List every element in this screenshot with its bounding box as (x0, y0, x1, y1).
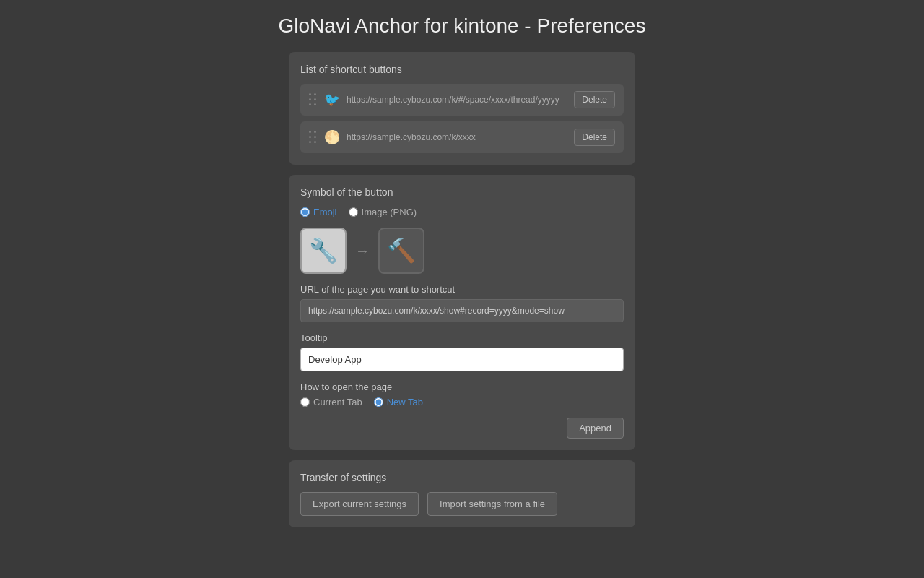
append-row: Append (300, 418, 624, 439)
new-tab-label[interactable]: New Tab (374, 397, 423, 407)
image-radio-label[interactable]: Image (PNG) (349, 207, 417, 217)
image-radio-text: Image (PNG) (362, 207, 417, 217)
emoji-picker-area: 🔧 → 🔨 (300, 228, 624, 274)
image-radio[interactable] (349, 207, 358, 217)
emoji-radio-label[interactable]: Emoji (300, 207, 337, 217)
current-tab-radio[interactable] (300, 397, 310, 407)
shortcut-list-card: List of shortcut buttons 🐦 https://sampl… (289, 52, 635, 165)
transfer-section-title: Transfer of settings (300, 472, 624, 483)
symbol-radio-group: Emoji Image (PNG) (300, 207, 624, 217)
emoji-preview-box: 🔨 (378, 228, 424, 274)
open-page-label: How to open the page (300, 381, 624, 392)
item-emoji-2: 🌕 (323, 129, 341, 145)
new-tab-text: New Tab (387, 397, 423, 407)
import-button[interactable]: Import settings from a file (427, 492, 557, 516)
settings-card: Symbol of the button Emoji Image (PNG) 🔧… (289, 175, 635, 450)
page-title: GloNavi Anchor for kintone - Preferences (279, 14, 646, 38)
export-button[interactable]: Export current settings (300, 492, 419, 516)
url-label: URL of the page you want to shortcut (300, 284, 624, 295)
new-tab-radio[interactable] (374, 397, 383, 407)
item-emoji-1: 🐦 (323, 92, 341, 108)
transfer-buttons: Export current settings Import settings … (300, 492, 624, 516)
url-input[interactable] (300, 299, 624, 322)
append-button[interactable]: Append (567, 418, 624, 439)
drag-handle-icon[interactable] (309, 131, 318, 144)
shortcut-url-1: https://sample.cybozu.com/k/#/space/xxxx… (346, 95, 568, 105)
current-tab-text: Current Tab (313, 397, 362, 407)
open-page-radio-group: Current Tab New Tab (300, 397, 624, 407)
arrow-icon: → (355, 243, 370, 259)
emoji-source-box[interactable]: 🔧 (300, 228, 346, 274)
emoji-radio[interactable] (300, 207, 310, 217)
tooltip-label: Tooltip (300, 332, 624, 343)
symbol-section-title: Symbol of the button (300, 186, 624, 198)
drag-handle-icon[interactable] (309, 93, 318, 107)
shortcut-url-2: https://sample.cybozu.com/k/xxxx (346, 132, 568, 142)
delete-button-1[interactable]: Delete (574, 91, 615, 108)
shortcut-item: 🌕 https://sample.cybozu.com/k/xxxx Delet… (300, 121, 624, 153)
shortcut-list-title: List of shortcut buttons (300, 64, 624, 75)
emoji-radio-text: Emoji (313, 207, 337, 217)
shortcut-item: 🐦 https://sample.cybozu.com/k/#/space/xx… (300, 84, 624, 116)
transfer-card: Transfer of settings Export current sett… (289, 460, 635, 527)
delete-button-2[interactable]: Delete (574, 129, 615, 146)
tooltip-input[interactable] (300, 348, 624, 371)
current-tab-label[interactable]: Current Tab (300, 397, 362, 407)
